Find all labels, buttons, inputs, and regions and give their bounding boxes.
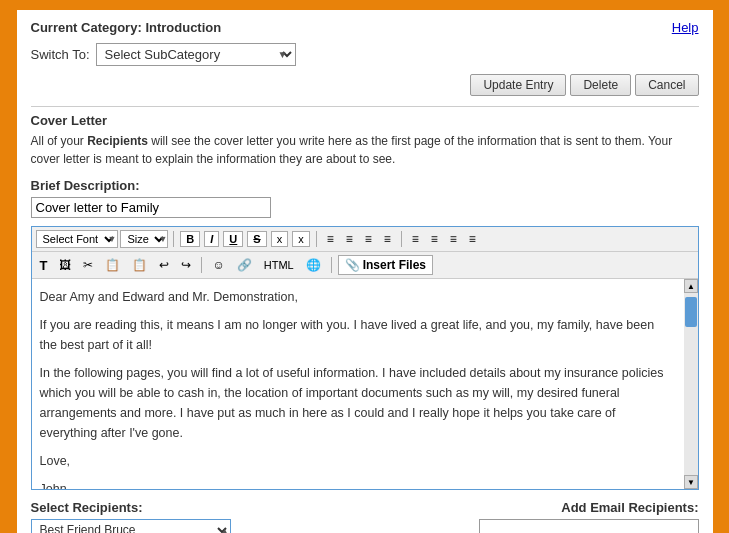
insert-files-button[interactable]: 📎 Insert Files (338, 255, 433, 275)
cover-letter-title: Cover Letter (31, 113, 699, 128)
scroll-up-button[interactable]: ▲ (684, 279, 698, 293)
insert-files-label: Insert Files (363, 258, 426, 272)
cut-icon[interactable]: ✂ (79, 256, 97, 274)
editor-body[interactable]: Dear Amy and Edward and Mr. Demonstratio… (32, 279, 684, 489)
undo-icon[interactable]: ↩ (155, 256, 173, 274)
add-email-input[interactable] (479, 519, 699, 533)
editor-line4: Love, (40, 451, 666, 471)
align-right-icon[interactable]: ≡ (361, 230, 376, 248)
cancel-button[interactable]: Cancel (635, 74, 698, 96)
toolbar-row1: Select Font ▼ Size ▼ B I U S x x ≡ ≡ ≡ ≡… (32, 227, 698, 252)
font-select[interactable]: Select Font (36, 230, 118, 248)
update-entry-button[interactable]: Update Entry (470, 74, 566, 96)
switch-to-label: Switch To: (31, 47, 90, 62)
switch-to-row: Switch To: Select SubCategory ▼ (31, 43, 699, 66)
desc-part1: All of your (31, 134, 88, 148)
add-email-label: Add Email Recipients: (479, 500, 699, 515)
divider-1 (31, 106, 699, 107)
current-category: Current Category: Introduction (31, 20, 222, 35)
select-recipients-label: Select Recipients: (31, 500, 479, 515)
top-bar: Current Category: Introduction Help (31, 20, 699, 35)
underline-button[interactable]: U (223, 231, 243, 247)
size-select[interactable]: Size (120, 230, 168, 248)
list-number-icon[interactable]: ≡ (427, 230, 442, 248)
remove-format-button1[interactable]: x (271, 231, 289, 247)
current-category-label: Current Category: (31, 20, 142, 35)
action-buttons: Update Entry Delete Cancel (31, 74, 699, 96)
special-char-icon[interactable]: ☺ (208, 256, 228, 274)
editor-container: Select Font ▼ Size ▼ B I U S x x ≡ ≡ ≡ ≡… (31, 226, 699, 490)
desc-bold: Recipients (87, 134, 148, 148)
sep4 (201, 257, 202, 273)
remove-format-button2[interactable]: x (292, 231, 310, 247)
editor-area: Dear Amy and Edward and Mr. Demonstratio… (32, 279, 698, 489)
subcategory-select[interactable]: Select SubCategory (96, 43, 296, 66)
indent-icon[interactable]: ≡ (446, 230, 461, 248)
outdent-icon[interactable]: ≡ (465, 230, 480, 248)
copy-icon[interactable]: 📋 (101, 256, 124, 274)
current-category-value: Introduction (145, 20, 221, 35)
align-center-icon[interactable]: ≡ (342, 230, 357, 248)
link-icon[interactable]: 🔗 (233, 256, 256, 274)
scroll-thumb[interactable] (685, 297, 697, 327)
redo-icon[interactable]: ↪ (177, 256, 195, 274)
main-container: Current Category: Introduction Help Swit… (15, 8, 715, 533)
editor-line1: Dear Amy and Edward and Mr. Demonstratio… (40, 287, 666, 307)
align-justify-icon[interactable]: ≡ (380, 230, 395, 248)
cover-letter-description: All of your Recipients will see the cove… (31, 132, 699, 168)
list-bullet-icon[interactable]: ≡ (408, 230, 423, 248)
italic-button[interactable]: I (204, 231, 219, 247)
scroll-track (684, 293, 698, 475)
sep3 (401, 231, 402, 247)
editor-line2: If you are reading this, it means I am n… (40, 315, 666, 355)
select-recipients-section: Select Recipients: Best Friend Bruce ▲ (31, 500, 479, 533)
bold-button[interactable]: B (180, 231, 200, 247)
insert-files-icon: 📎 (345, 258, 360, 272)
text-color-icon[interactable]: T (36, 256, 52, 275)
image-icon[interactable]: 🖼 (55, 256, 75, 274)
scroll-down-button[interactable]: ▼ (684, 475, 698, 489)
brief-description-input[interactable] (31, 197, 271, 218)
scrollbar: ▲ ▼ (684, 279, 698, 489)
brief-description-label: Brief Description: (31, 178, 699, 193)
html-label[interactable]: HTML (260, 257, 298, 273)
delete-button[interactable]: Delete (570, 74, 631, 96)
editor-line3: In the following pages, you will find a … (40, 363, 666, 443)
strikethrough-button[interactable]: S (247, 231, 266, 247)
bottom-row: Select Recipients: Best Friend Bruce ▲ A… (31, 500, 699, 533)
sep2 (316, 231, 317, 247)
align-left-icon[interactable]: ≡ (323, 230, 338, 248)
add-email-section: Add Email Recipients: (479, 500, 699, 533)
sep1 (173, 231, 174, 247)
toolbar-row2: T 🖼 ✂ 📋 📋 ↩ ↪ ☺ 🔗 HTML 🌐 📎 Insert Files (32, 252, 698, 279)
help-link[interactable]: Help (672, 20, 699, 35)
paste-icon[interactable]: 📋 (128, 256, 151, 274)
globe-icon[interactable]: 🌐 (302, 256, 325, 274)
editor-line5: John (40, 479, 666, 489)
sep5 (331, 257, 332, 273)
recipients-select[interactable]: Best Friend Bruce (31, 519, 231, 533)
